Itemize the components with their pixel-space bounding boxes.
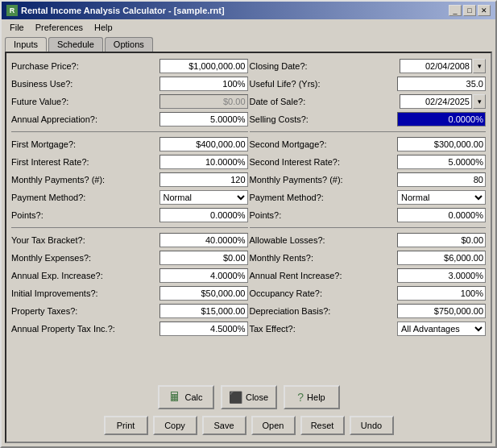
selling-costs-row: Selling Costs?: [250, 111, 487, 127]
second-interest-rate-label: Second Interest Rate?: [250, 157, 341, 167]
separator-1 [11, 131, 248, 132]
copy-button[interactable]: Copy [153, 416, 197, 435]
reset-button[interactable]: Reset [300, 416, 345, 435]
annual-rent-increase-row: Annual Rent Increase?: [250, 268, 487, 284]
tab-options[interactable]: Options [105, 37, 153, 52]
purchase-price-row: Purchase Price?: [11, 58, 248, 74]
payment-method-right-label: Payment Method?: [250, 193, 324, 202]
monthly-expenses-input[interactable] [159, 251, 248, 265]
minimize-button[interactable]: _ [449, 5, 462, 16]
calc-icon: 🖩 [168, 390, 181, 404]
menu-bar: File Preferences Help [2, 19, 495, 35]
separator-4 [250, 227, 487, 228]
depreciation-basis-input[interactable] [397, 304, 486, 318]
tax-bracket-row: Your Tax Bracket?: [11, 232, 248, 248]
closing-date-field: ▾ [400, 59, 486, 73]
title-bar: R Rental Income Analysis Calculator - [s… [2, 2, 495, 19]
first-interest-rate-label: First Interest Rate?: [11, 157, 89, 167]
undo-button[interactable]: Undo [350, 416, 394, 435]
occupancy-rate-input[interactable] [397, 286, 486, 301]
allowable-losses-label: Allowable Losses?: [250, 235, 325, 245]
monthly-expenses-row: Monthly Expenses?: [11, 250, 248, 266]
annual-appreciation-label: Annual Appreciation?: [11, 114, 97, 124]
points-right-label: Points?: [250, 210, 282, 220]
close-icon-btn: ⬛ [229, 391, 242, 404]
payment-method-left-row: Payment Method?: Normal [11, 189, 248, 205]
useful-life-input[interactable] [397, 77, 486, 91]
second-mortgage-label: Second Mortgage?: [250, 139, 327, 149]
annual-rent-increase-label: Annual Rent Increase?: [250, 271, 342, 280]
closing-date-label: Closing Date?: [250, 61, 308, 71]
second-interest-rate-input[interactable] [397, 155, 486, 169]
business-use-label: Business Use?: [11, 79, 72, 89]
future-value-input[interactable] [159, 94, 248, 109]
points-right-input[interactable] [397, 208, 486, 222]
tax-effect-select[interactable]: All Advantages [397, 321, 486, 336]
monthly-payments-left-row: Monthly Payments? (#): [11, 172, 248, 188]
tab-inputs[interactable]: Inputs [5, 37, 47, 52]
date-of-sale-field: ▾ [400, 94, 486, 109]
second-mortgage-row: Second Mortgage?: [250, 136, 487, 152]
first-interest-rate-input[interactable] [159, 155, 248, 169]
monthly-rents-input[interactable] [397, 251, 486, 265]
save-button[interactable]: Save [202, 416, 246, 435]
close-main-label: Close [246, 392, 268, 402]
maximize-button[interactable]: □ [463, 5, 476, 16]
menu-help[interactable]: Help [89, 21, 118, 34]
print-button[interactable]: Print [104, 416, 148, 435]
occupancy-rate-label: Occupancy Rate?: [250, 288, 323, 298]
points-left-input[interactable] [159, 208, 248, 222]
depreciation-basis-row: Depreciation Basis?: [250, 303, 487, 319]
annual-property-tax-input[interactable] [159, 321, 248, 336]
annual-property-tax-row: Annual Property Tax Inc.?: [11, 321, 248, 337]
selling-costs-input[interactable] [397, 112, 486, 127]
open-button[interactable]: Open [251, 416, 296, 435]
second-mortgage-input[interactable] [397, 137, 486, 151]
date-of-sale-picker[interactable]: ▾ [473, 94, 486, 109]
annual-rent-increase-input[interactable] [397, 268, 486, 283]
tab-schedule[interactable]: Schedule [48, 37, 103, 52]
title-bar-left: R Rental Income Analysis Calculator - [s… [6, 5, 225, 16]
first-mortgage-input[interactable] [159, 137, 248, 151]
purchase-price-label: Purchase Price?: [11, 61, 79, 71]
close-main-button[interactable]: ⬛ Close [221, 385, 277, 409]
property-taxes-row: Property Taxes?: [11, 303, 248, 319]
help-button[interactable]: ? Help [284, 385, 340, 409]
window-close-button[interactable]: ✕ [478, 5, 491, 16]
first-interest-rate-row: First Interest Rate?: [11, 154, 248, 170]
initial-improvements-input[interactable] [159, 286, 248, 301]
monthly-payments-right-label: Monthly Payments? (#): [250, 175, 343, 185]
help-label: Help [307, 392, 325, 402]
main-button-row: 🖩 Calc ⬛ Close ? Help [11, 380, 486, 413]
separator-2 [11, 227, 248, 228]
payment-method-right-select[interactable]: Normal [397, 190, 486, 205]
closing-date-row: Closing Date?: ▾ [250, 58, 487, 74]
calc-label: Calc [184, 392, 202, 402]
annual-appreciation-row: Annual Appreciation?: [11, 111, 248, 127]
future-value-label: Future Value?: [11, 97, 68, 106]
annual-exp-increase-row: Annual Exp. Increase?: [11, 268, 248, 284]
payment-method-left-select[interactable]: Normal [159, 190, 248, 205]
annual-appreciation-input[interactable] [159, 112, 248, 127]
initial-improvements-row: Initial Improvements?: [11, 285, 248, 301]
help-icon: ? [297, 391, 304, 404]
useful-life-label: Useful Life? (Yrs): [250, 79, 321, 89]
menu-file[interactable]: File [5, 21, 29, 34]
business-use-input[interactable] [159, 77, 248, 91]
calc-button[interactable]: 🖩 Calc [158, 385, 214, 409]
points-right-row: Points?: [250, 207, 487, 223]
property-taxes-input[interactable] [159, 304, 248, 318]
tax-bracket-input[interactable] [159, 233, 248, 247]
allowable-losses-row: Allowable Losses?: [250, 232, 487, 248]
date-of-sale-input[interactable] [400, 94, 472, 109]
allowable-losses-input[interactable] [397, 233, 486, 247]
future-value-row: Future Value?: [11, 93, 248, 110]
monthly-payments-left-input[interactable] [159, 172, 248, 187]
menu-preferences[interactable]: Preferences [31, 21, 88, 34]
annual-exp-increase-input[interactable] [159, 268, 248, 283]
monthly-payments-right-input[interactable] [397, 172, 486, 187]
tax-effect-row: Tax Effect?: All Advantages [250, 321, 487, 337]
closing-date-picker[interactable]: ▾ [473, 59, 486, 73]
closing-date-input[interactable] [400, 59, 472, 73]
purchase-price-input[interactable] [159, 59, 248, 73]
